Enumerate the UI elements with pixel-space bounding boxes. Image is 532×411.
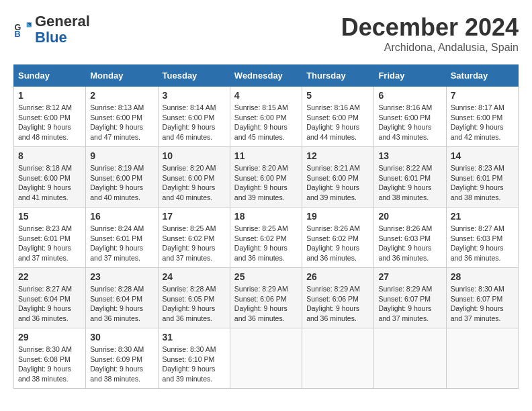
day-detail: Sunrise: 8:26 AMSunset: 6:03 PMDaylight:… <box>378 224 441 263</box>
day-number: 23 <box>90 271 153 282</box>
day-detail: Sunrise: 8:18 AMSunset: 6:00 PMDaylight:… <box>18 163 81 203</box>
day-number: 26 <box>306 271 369 282</box>
table-row: 11 Sunrise: 8:20 AMSunset: 6:00 PMDaylig… <box>230 147 302 208</box>
day-detail: Sunrise: 8:20 AMSunset: 6:00 PMDaylight:… <box>234 163 298 203</box>
day-number: 18 <box>234 211 298 222</box>
table-row: 3 Sunrise: 8:14 AMSunset: 6:00 PMDayligh… <box>158 87 230 147</box>
day-detail: Sunrise: 8:28 AMSunset: 6:04 PMDaylight:… <box>90 284 153 324</box>
day-number: 22 <box>18 271 81 282</box>
day-detail: Sunrise: 8:20 AMSunset: 6:00 PMDaylight:… <box>163 163 226 203</box>
table-row: 13 Sunrise: 8:22 AMSunset: 6:01 PMDaylig… <box>374 147 446 208</box>
day-number: 24 <box>163 271 226 282</box>
table-row: 27 Sunrise: 8:29 AMSunset: 6:07 PMDaylig… <box>374 268 446 328</box>
table-row: 8 Sunrise: 8:18 AMSunset: 6:00 PMDayligh… <box>14 147 86 208</box>
day-number: 27 <box>378 271 441 282</box>
day-number: 1 <box>18 90 81 101</box>
day-number: 11 <box>234 150 298 161</box>
header-thursday: Thursday <box>302 65 374 87</box>
header-monday: Monday <box>86 65 158 87</box>
table-row: 5 Sunrise: 8:16 AMSunset: 6:00 PMDayligh… <box>302 87 374 147</box>
day-number: 2 <box>90 90 153 101</box>
day-detail: Sunrise: 8:22 AMSunset: 6:01 PMDaylight:… <box>378 163 441 203</box>
svg-text:B: B <box>14 30 20 39</box>
day-detail: Sunrise: 8:30 AMSunset: 6:08 PMDaylight:… <box>18 345 81 384</box>
day-number: 9 <box>90 150 153 161</box>
calendar-header-row: Sunday Monday Tuesday Wednesday Thursday… <box>14 65 519 87</box>
day-detail: Sunrise: 8:28 AMSunset: 6:05 PMDaylight:… <box>163 284 226 324</box>
day-number: 8 <box>18 150 81 161</box>
day-number: 7 <box>451 90 514 101</box>
logo-icon: G B <box>13 20 32 39</box>
table-row: 6 Sunrise: 8:16 AMSunset: 6:00 PMDayligh… <box>374 87 446 147</box>
day-detail: Sunrise: 8:29 AMSunset: 6:06 PMDaylight:… <box>234 284 298 324</box>
table-row: 10 Sunrise: 8:20 AMSunset: 6:00 PMDaylig… <box>158 147 230 208</box>
day-detail: Sunrise: 8:26 AMSunset: 6:02 PMDaylight:… <box>306 224 369 263</box>
calendar-week-row: 15 Sunrise: 8:23 AMSunset: 6:01 PMDaylig… <box>14 208 519 268</box>
day-detail: Sunrise: 8:16 AMSunset: 6:00 PMDaylight:… <box>378 103 441 142</box>
day-detail: Sunrise: 8:16 AMSunset: 6:00 PMDaylight:… <box>306 103 369 142</box>
page-header: G B General Blue December 2024 Archidona… <box>13 13 519 54</box>
day-number: 31 <box>163 332 226 342</box>
day-detail: Sunrise: 8:21 AMSunset: 6:00 PMDaylight:… <box>306 163 369 203</box>
table-row: 1 Sunrise: 8:12 AMSunset: 6:00 PMDayligh… <box>14 87 86 147</box>
table-row: 20 Sunrise: 8:26 AMSunset: 6:03 PMDaylig… <box>374 208 446 268</box>
day-number: 10 <box>163 150 226 161</box>
table-row: 29 Sunrise: 8:30 AMSunset: 6:08 PMDaylig… <box>14 328 86 389</box>
header-friday: Friday <box>374 65 446 87</box>
day-number: 30 <box>90 332 153 342</box>
table-row: 2 Sunrise: 8:13 AMSunset: 6:00 PMDayligh… <box>86 87 158 147</box>
table-row: 19 Sunrise: 8:26 AMSunset: 6:02 PMDaylig… <box>302 208 374 268</box>
day-detail: Sunrise: 8:23 AMSunset: 6:01 PMDaylight:… <box>18 224 81 263</box>
day-number: 3 <box>163 90 226 101</box>
table-row: 23 Sunrise: 8:28 AMSunset: 6:04 PMDaylig… <box>86 268 158 328</box>
table-row: 9 Sunrise: 8:19 AMSunset: 6:00 PMDayligh… <box>86 147 158 208</box>
day-detail: Sunrise: 8:25 AMSunset: 6:02 PMDaylight:… <box>163 224 226 263</box>
header-saturday: Saturday <box>446 65 518 87</box>
month-title: December 2024 <box>341 13 519 42</box>
table-row: 16 Sunrise: 8:24 AMSunset: 6:01 PMDaylig… <box>86 208 158 268</box>
table-row: 21 Sunrise: 8:27 AMSunset: 6:03 PMDaylig… <box>446 208 518 268</box>
day-number: 5 <box>306 90 369 101</box>
calendar-week-row: 29 Sunrise: 8:30 AMSunset: 6:08 PMDaylig… <box>14 328 519 389</box>
day-detail: Sunrise: 8:23 AMSunset: 6:01 PMDaylight:… <box>451 163 514 203</box>
day-number: 19 <box>306 211 369 222</box>
table-row: 25 Sunrise: 8:29 AMSunset: 6:06 PMDaylig… <box>230 268 302 328</box>
day-detail: Sunrise: 8:27 AMSunset: 6:04 PMDaylight:… <box>18 284 81 324</box>
day-detail: Sunrise: 8:17 AMSunset: 6:00 PMDaylight:… <box>451 103 514 142</box>
day-detail: Sunrise: 8:19 AMSunset: 6:00 PMDaylight:… <box>90 163 153 203</box>
day-number: 21 <box>451 211 514 222</box>
day-detail: Sunrise: 8:25 AMSunset: 6:02 PMDaylight:… <box>234 224 298 263</box>
day-detail: Sunrise: 8:14 AMSunset: 6:00 PMDaylight:… <box>163 103 226 142</box>
day-detail: Sunrise: 8:12 AMSunset: 6:00 PMDaylight:… <box>18 103 81 142</box>
table-row: 17 Sunrise: 8:25 AMSunset: 6:02 PMDaylig… <box>158 208 230 268</box>
day-number: 17 <box>163 211 226 222</box>
table-row: 26 Sunrise: 8:29 AMSunset: 6:06 PMDaylig… <box>302 268 374 328</box>
day-number: 13 <box>378 150 441 161</box>
table-row: 24 Sunrise: 8:28 AMSunset: 6:05 PMDaylig… <box>158 268 230 328</box>
day-detail: Sunrise: 8:24 AMSunset: 6:01 PMDaylight:… <box>90 224 153 263</box>
day-number: 12 <box>306 150 369 161</box>
table-row <box>230 328 302 389</box>
day-number: 28 <box>451 271 514 282</box>
logo-line2: Blue <box>35 30 90 46</box>
table-row: 28 Sunrise: 8:30 AMSunset: 6:07 PMDaylig… <box>446 268 518 328</box>
day-number: 4 <box>234 90 298 101</box>
table-row: 31 Sunrise: 8:30 AMSunset: 6:10 PMDaylig… <box>158 328 230 389</box>
day-number: 16 <box>90 211 153 222</box>
table-row: 12 Sunrise: 8:21 AMSunset: 6:00 PMDaylig… <box>302 147 374 208</box>
calendar-table: Sunday Monday Tuesday Wednesday Thursday… <box>13 64 519 389</box>
table-row: 18 Sunrise: 8:25 AMSunset: 6:02 PMDaylig… <box>230 208 302 268</box>
header-wednesday: Wednesday <box>230 65 302 87</box>
calendar-week-row: 8 Sunrise: 8:18 AMSunset: 6:00 PMDayligh… <box>14 147 519 208</box>
day-detail: Sunrise: 8:30 AMSunset: 6:07 PMDaylight:… <box>451 284 514 324</box>
location-subtitle: Archidona, Andalusia, Spain <box>341 42 519 54</box>
day-detail: Sunrise: 8:30 AMSunset: 6:10 PMDaylight:… <box>163 345 226 384</box>
day-number: 14 <box>451 150 514 161</box>
day-detail: Sunrise: 8:30 AMSunset: 6:09 PMDaylight:… <box>90 345 153 384</box>
table-row: 30 Sunrise: 8:30 AMSunset: 6:09 PMDaylig… <box>86 328 158 389</box>
header-sunday: Sunday <box>14 65 86 87</box>
day-number: 25 <box>234 271 298 282</box>
day-detail: Sunrise: 8:29 AMSunset: 6:06 PMDaylight:… <box>306 284 369 324</box>
table-row: 4 Sunrise: 8:15 AMSunset: 6:00 PMDayligh… <box>230 87 302 147</box>
table-row <box>302 328 374 389</box>
